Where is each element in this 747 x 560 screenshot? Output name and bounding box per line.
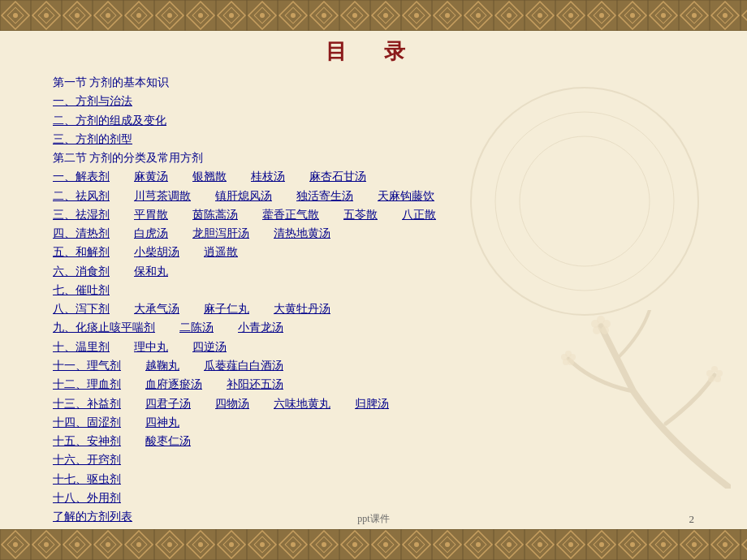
- toc-item-0-3[interactable]: 麻杏石甘汤: [309, 168, 366, 186]
- toc-item-1-0[interactable]: 川芎茶调散: [134, 187, 191, 205]
- toc-item-2-3[interactable]: 五苓散: [343, 206, 378, 224]
- toc-label-8[interactable]: 九、化痰止咳平喘剂: [53, 319, 155, 337]
- toc-item-4-0[interactable]: 小柴胡汤: [134, 243, 179, 261]
- toc-item-3-2[interactable]: 清热地黄汤: [274, 225, 330, 243]
- toc-label-12[interactable]: 十三、补益剂: [53, 395, 121, 413]
- section1-header[interactable]: 第一节 方剂的基本知识: [53, 74, 169, 92]
- s1-item2[interactable]: 二、方剂的组成及变化: [53, 112, 166, 130]
- section2-header[interactable]: 第二节 方剂的分类及常用方剂: [53, 149, 203, 167]
- toc-row-7: 八、泻下剂大承气汤麻子仁丸大黄牡丹汤: [53, 300, 694, 318]
- toc-item-10-1[interactable]: 瓜蒌薤白白酒汤: [204, 357, 283, 375]
- toc-row-8: 九、化痰止咳平喘剂二陈汤小青龙汤: [53, 319, 694, 337]
- toc-item-14-0[interactable]: 酸枣仁汤: [145, 433, 191, 450]
- section2-header-row: 第二节 方剂的分类及常用方剂: [53, 149, 694, 167]
- toc-row-5: 六、消食剂保和丸: [53, 263, 694, 281]
- toc-item-2-2[interactable]: 藿香正气散: [262, 206, 319, 224]
- toc-row-17: 十八、外用剂: [53, 489, 694, 507]
- svg-rect-5: [0, 0, 747, 31]
- toc-item-12-0[interactable]: 四君子汤: [145, 395, 191, 413]
- toc-label-5[interactable]: 六、消食剂: [53, 263, 110, 281]
- toc-item-2-0[interactable]: 平胃散: [134, 206, 168, 224]
- toc-item-9-1[interactable]: 四逆汤: [192, 338, 227, 356]
- toc-item-1-3[interactable]: 天麻钩藤饮: [378, 187, 434, 205]
- toc-item-12-2[interactable]: 六味地黄丸: [274, 395, 330, 413]
- toc-item-8-1[interactable]: 小青龙汤: [238, 319, 283, 337]
- border-bottom: [0, 529, 747, 560]
- toc-label-2[interactable]: 三、祛湿剂: [53, 206, 110, 224]
- toc-label-7[interactable]: 八、泻下剂: [53, 300, 110, 318]
- toc-item-9-0[interactable]: 理中丸: [134, 338, 168, 356]
- toc-row-9: 十、温里剂理中丸四逆汤: [53, 338, 694, 356]
- toc-item-0-1[interactable]: 银翘散: [192, 168, 227, 186]
- toc-label-10[interactable]: 十一、理气剂: [53, 357, 121, 375]
- toc-item-2-1[interactable]: 茵陈蒿汤: [192, 206, 238, 224]
- toc-row-15: 十六、开窍剂: [53, 451, 694, 469]
- toc-row-13: 十四、固涩剂四神丸: [53, 414, 694, 432]
- toc-row-1: 二、祛风剂川芎茶调散镇肝熄风汤独活寄生汤天麻钩藤饮: [53, 187, 694, 205]
- toc-item-0-2[interactable]: 桂枝汤: [251, 168, 285, 186]
- toc-label-9[interactable]: 十、温里剂: [53, 338, 110, 356]
- toc-row-4: 五、和解剂小柴胡汤逍遥散: [53, 243, 694, 261]
- svg-rect-28: [0, 529, 747, 560]
- toc-item-12-1[interactable]: 四物汤: [215, 395, 249, 413]
- toc-item-13-0[interactable]: 四神丸: [145, 414, 179, 432]
- s1-item3[interactable]: 三、方剂的剂型: [53, 131, 132, 149]
- toc-label-15[interactable]: 十六、开窍剂: [53, 451, 121, 469]
- toc-row-10: 十一、理气剂越鞠丸瓜蒌薤白白酒汤: [53, 357, 694, 375]
- toc: 第一节 方剂的基本知识 一、方剂与治法 二、方剂的组成及变化 三、方剂的剂型 第…: [53, 74, 694, 526]
- toc-item-11-1[interactable]: 补阳还五汤: [227, 376, 283, 394]
- toc-label-17[interactable]: 十八、外用剂: [53, 489, 121, 507]
- toc-item-1-2[interactable]: 独活寄生汤: [296, 187, 353, 205]
- toc-item-4-1[interactable]: 逍遥散: [204, 243, 238, 261]
- toc-item-2-4[interactable]: 八正散: [402, 206, 436, 224]
- toc-row-12: 十三、补益剂四君子汤四物汤六味地黄丸归脾汤: [53, 395, 694, 413]
- toc-item-11-0[interactable]: 血府逐瘀汤: [145, 376, 202, 394]
- toc-row-11: 十二、理血剂血府逐瘀汤补阳还五汤: [53, 376, 694, 394]
- toc-label-13[interactable]: 十四、固涩剂: [53, 414, 121, 432]
- toc-label-6[interactable]: 七、催吐剂: [53, 282, 110, 299]
- toc-item-7-2[interactable]: 大黄牡丹汤: [274, 300, 330, 318]
- toc-rows: 一、解表剂麻黄汤银翘散桂枝汤麻杏石甘汤二、祛风剂川芎茶调散镇肝熄风汤独活寄生汤天…: [53, 168, 694, 507]
- toc-label-1[interactable]: 二、祛风剂: [53, 187, 110, 205]
- toc-label-4[interactable]: 五、和解剂: [53, 243, 110, 261]
- toc-label-14[interactable]: 十五、安神剂: [53, 433, 121, 450]
- top-pattern: [0, 0, 747, 31]
- s1-item2-row: 二、方剂的组成及变化: [53, 112, 694, 130]
- toc-item-1-1[interactable]: 镇肝熄风汤: [215, 187, 272, 205]
- ppt-label: ppt课件: [357, 513, 389, 524]
- main-content: 目 录 第一节 方剂的基本知识 一、方剂与治法 二、方剂的组成及变化 三、方剂的…: [0, 31, 747, 529]
- toc-label-3[interactable]: 四、清热剂: [53, 225, 110, 243]
- toc-item-0-0[interactable]: 麻黄汤: [134, 168, 168, 186]
- page-number: 2: [689, 513, 695, 526]
- toc-item-3-1[interactable]: 龙胆泻肝汤: [192, 225, 249, 243]
- s1-item3-row: 三、方剂的剂型: [53, 131, 694, 149]
- s1-item1-row: 一、方剂与治法: [53, 93, 694, 110]
- section1-header-row: 第一节 方剂的基本知识: [53, 74, 694, 92]
- toc-item-3-0[interactable]: 白虎汤: [134, 225, 168, 243]
- toc-item-5-0[interactable]: 保和丸: [134, 263, 168, 281]
- toc-item-8-0[interactable]: 二陈汤: [179, 319, 214, 337]
- footer-label: ppt课件: [0, 512, 747, 526]
- toc-row-14: 十五、安神剂酸枣仁汤: [53, 433, 694, 450]
- page-container: 目 录 第一节 方剂的基本知识 一、方剂与治法 二、方剂的组成及变化 三、方剂的…: [0, 0, 747, 560]
- toc-row-0: 一、解表剂麻黄汤银翘散桂枝汤麻杏石甘汤: [53, 168, 694, 186]
- s1-item1[interactable]: 一、方剂与治法: [53, 93, 132, 110]
- toc-row-3: 四、清热剂白虎汤龙胆泻肝汤清热地黄汤: [53, 225, 694, 243]
- toc-label-11[interactable]: 十二、理血剂: [53, 376, 121, 394]
- toc-label-16[interactable]: 十七、驱虫剂: [53, 471, 121, 489]
- toc-item-7-0[interactable]: 大承气汤: [134, 300, 179, 318]
- toc-item-12-3[interactable]: 归脾汤: [355, 395, 389, 413]
- page-title: 目 录: [53, 37, 694, 66]
- toc-item-10-0[interactable]: 越鞠丸: [145, 357, 179, 375]
- border-top: [0, 0, 747, 31]
- toc-label-0[interactable]: 一、解表剂: [53, 168, 110, 186]
- toc-row-6: 七、催吐剂: [53, 282, 694, 299]
- toc-item-7-1[interactable]: 麻子仁丸: [204, 300, 249, 318]
- toc-row-16: 十七、驱虫剂: [53, 471, 694, 489]
- toc-row-2: 三、祛湿剂平胃散茵陈蒿汤藿香正气散五苓散八正散: [53, 206, 694, 224]
